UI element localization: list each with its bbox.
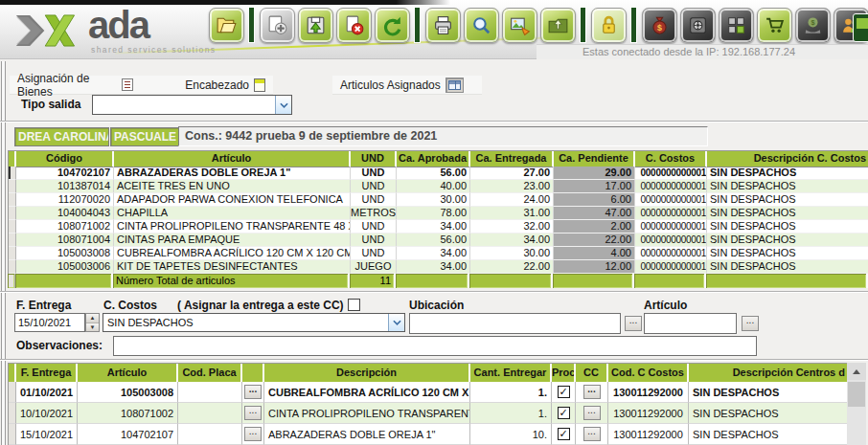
application-window: ada shared services solutions [0, 0, 868, 445]
col-aprobada: Ca. Aprobada [397, 151, 470, 167]
tipo-salida-combobox[interactable] [92, 95, 292, 115]
search-button[interactable] [464, 8, 499, 43]
vertical-scrollbar[interactable] [847, 363, 866, 445]
proc-checkbox[interactable]: ✓ [558, 428, 570, 440]
row-selector[interactable] [9, 424, 16, 445]
money-bag-button[interactable]: $ [642, 8, 677, 43]
open-folder-icon [215, 13, 239, 37]
col-articulo: Artículo [78, 364, 178, 382]
add-record-button[interactable] [260, 8, 295, 43]
placa-browse-button[interactable]: ... [244, 406, 262, 420]
import-folder-icon [546, 13, 570, 37]
print-button[interactable] [425, 8, 461, 43]
row-selector[interactable] [9, 220, 16, 234]
placa-browse-button[interactable]: ... [244, 427, 262, 441]
proc-checkbox[interactable]: ✓ [558, 407, 570, 419]
tab-encabezado[interactable]: Encabezado [177, 78, 273, 92]
modules-icon [724, 13, 748, 37]
col-cod-placa: Cod. Placa [178, 364, 242, 382]
delete-record-button[interactable] [336, 8, 372, 43]
row-selector[interactable] [9, 180, 16, 193]
divider [0, 291, 868, 293]
articulo-browse-button[interactable]: ... [742, 316, 759, 331]
note-icon [254, 78, 265, 92]
observaciones-field[interactable] [113, 336, 757, 356]
row-selector[interactable] [9, 260, 16, 274]
row-selector[interactable] [9, 247, 16, 260]
cart-icon [763, 13, 787, 37]
col-proc: Proc. [552, 364, 576, 382]
table-row[interactable]: 01/10/2021 105003008 ... CUBREALFOMBRA A… [9, 382, 847, 403]
delete-icon [342, 13, 366, 37]
toolbar-separator [414, 7, 421, 43]
spinner-up-button[interactable]: ▲ [86, 314, 99, 323]
table-row[interactable]: 105003008 CUBREALFOMBRA ACRÍLICO 120 CM … [9, 247, 868, 260]
money-bag-icon: $ [648, 13, 672, 37]
f-entrega-date-field[interactable]: 15/10/2021 [14, 313, 85, 332]
articulos-table-header: Código Artículo UND Ca. Aprobada Ca. Ent… [9, 151, 868, 167]
cc-browse-button[interactable]: ... [583, 406, 601, 420]
col-und: UND [351, 151, 397, 167]
tipo-salida-label: Tipo salida [21, 98, 80, 111]
cc-browse-button[interactable]: ... [583, 427, 601, 441]
table-row[interactable]: 104702107 ABRAZADERAS DOBLE OREJA 1" UND… [9, 167, 868, 180]
table-row[interactable]: 10/10/2021 108071002 ... CINTA PROLIPROP… [9, 403, 847, 424]
proc-checkbox[interactable]: ✓ [558, 386, 570, 398]
row-selector[interactable] [9, 234, 16, 247]
cash-hand-button[interactable]: $ [795, 8, 831, 43]
ubicacion-label: Ubicación [409, 299, 464, 312]
tabstrip-left: Asignación de Bienes Encabezado [10, 76, 273, 94]
tabstrip-right: Articulos Asignados [332, 76, 482, 94]
undo-button[interactable] [375, 8, 410, 43]
scrollbar-thumb[interactable] [848, 382, 865, 407]
observaciones-label: Observaciones: [16, 339, 103, 352]
cc-browse-button[interactable]: ... [583, 385, 601, 399]
modules-button[interactable] [719, 8, 754, 43]
row-selector[interactable] [9, 167, 16, 180]
table-row[interactable]: 104004043 CHAPILLA METROS 78.00 31.00 47… [9, 207, 868, 220]
person-first-name: DREA CAROLINA [14, 127, 109, 146]
list-icon [122, 78, 134, 91]
c-costos-label: C. Costos [103, 299, 157, 312]
c-costos-combobox[interactable]: SIN DESPACHOS [103, 313, 405, 332]
row-selector[interactable] [9, 382, 16, 403]
articulo-field[interactable] [644, 313, 737, 334]
chevron-down-icon[interactable] [388, 314, 404, 331]
placa-browse-button[interactable]: ... [244, 385, 262, 399]
row-selector[interactable] [9, 403, 16, 424]
table-row[interactable]: 101387014 ACEITE TRES EN UNO UND 40.00 2… [9, 180, 868, 193]
safe-icon [686, 13, 710, 37]
ubicacion-field[interactable] [409, 313, 621, 334]
table-row[interactable]: 108071002 CINTA PROLIPROPILENO TRANSPARE… [9, 220, 868, 234]
save-icon [304, 13, 328, 37]
spinner-down-button[interactable]: ▼ [86, 323, 99, 332]
import-folder-button[interactable] [540, 8, 576, 43]
date-spinner: ▲ ▼ [85, 313, 100, 332]
row-selector[interactable] [9, 207, 16, 220]
table-row[interactable]: 15/10/2021 104702107 ... ABRAZADERAS DOB… [9, 424, 847, 445]
safe-button[interactable] [680, 8, 716, 43]
export-image-icon [508, 13, 532, 37]
toolbar-edge-widget [853, 13, 868, 42]
cart-button[interactable] [757, 8, 792, 43]
table-row[interactable]: 105003006 KIT DE TAPETES DESINFECTANTES … [9, 260, 868, 274]
total-label: Número Total de articulos [113, 274, 350, 288]
col-descripcion: Descripción [264, 364, 470, 382]
asignar-cc-checkbox[interactable] [348, 299, 360, 311]
tab-articulos-asignados[interactable]: Articulos Asignados [332, 78, 471, 93]
export-image-button[interactable] [502, 8, 537, 43]
lock-icon [597, 13, 621, 37]
table-row[interactable]: 108071004 CINTAS PARA EMPAQUE UND 56.00 … [9, 234, 868, 247]
open-folder-button[interactable] [209, 8, 244, 43]
ubicacion-browse-button[interactable]: ... [625, 316, 642, 331]
add-icon [265, 13, 289, 37]
save-button[interactable] [298, 8, 333, 43]
table-row[interactable]: 112070020 ADAPADOR PARWA CONEXION TELEFO… [9, 193, 868, 207]
divider [0, 121, 868, 122]
lock-button[interactable] [591, 8, 627, 43]
scroll-up-button[interactable] [847, 363, 866, 380]
col-browse [242, 364, 264, 382]
chevron-down-icon[interactable] [275, 96, 291, 114]
grid-icon [445, 78, 464, 93]
row-selector[interactable] [9, 193, 16, 207]
